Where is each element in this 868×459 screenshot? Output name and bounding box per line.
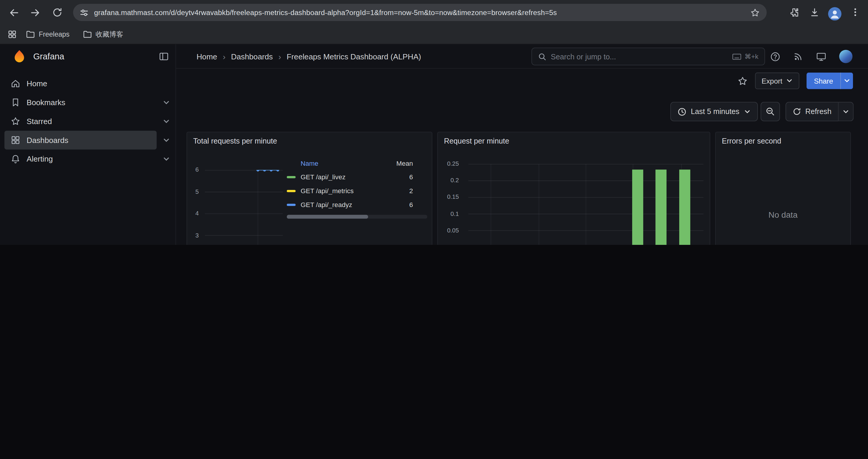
downloads-icon[interactable] <box>805 3 824 22</box>
user-avatar[interactable] <box>839 50 852 63</box>
legend-value: 2 <box>378 187 413 195</box>
news-rss-icon[interactable] <box>793 52 803 61</box>
bookmark-folder-blogs[interactable]: 收藏博客 <box>79 28 127 41</box>
search-input[interactable]: Search or jump to... ⌘+k <box>531 47 765 65</box>
share-split-button: Share <box>807 73 853 89</box>
folder-icon <box>26 30 35 38</box>
url-bar[interactable]: grafana.mathmast.com/d/deytv4rwavabkb/fr… <box>73 4 767 21</box>
chevron-down-icon <box>786 77 793 84</box>
sidebar: Grafana HomeBookmarksStarredDashboardsAl… <box>0 44 176 245</box>
sidebar-item-label: Home <box>27 79 47 88</box>
screen: grafana.mathmast.com/d/deytv4rwavabkb/fr… <box>0 0 868 245</box>
time-controls: Last 5 minutes Refresh <box>670 102 868 121</box>
legend-row: GET /api/_livez6 <box>287 170 428 184</box>
chevron-down-icon[interactable] <box>157 136 176 143</box>
legend-value: 6 <box>378 201 413 208</box>
panel-total-requests-per-minute: Total requests per minute 65432 17:40 Na… <box>186 132 432 245</box>
legend-row: GET /api/_metrics2 <box>287 184 428 198</box>
share-menu-button[interactable] <box>840 73 853 89</box>
refresh-interval-button[interactable] <box>839 102 854 121</box>
grafana-logo[interactable] <box>12 49 27 64</box>
breadcrumb-item: Freeleaps Metrics Dashboard (ALPHA) <box>286 52 421 61</box>
panel-title[interactable]: Total requests per minute <box>193 137 428 145</box>
site-settings-icon[interactable] <box>80 8 89 17</box>
zoom-out-button[interactable] <box>761 102 780 121</box>
refresh-button[interactable]: Refresh <box>785 102 838 121</box>
refresh-icon <box>793 107 801 116</box>
bell-icon <box>11 154 21 164</box>
back-button[interactable] <box>4 3 23 22</box>
sidebar-item-label: Starred <box>27 117 52 126</box>
legend-series-name[interactable]: GET /api/_readyz <box>301 201 377 208</box>
legend-series-name[interactable]: GET /api/_livez <box>301 173 377 181</box>
y-axis-label: 0.2 <box>451 177 459 183</box>
sidebar-item-starred[interactable]: Starred <box>0 112 176 131</box>
y-axis-label: 4 <box>195 210 198 216</box>
display-icon[interactable] <box>816 51 827 62</box>
bar-chart-plot[interactable] <box>468 164 704 245</box>
series-color-swatch <box>287 176 296 178</box>
legend-table: NameMeanGET /api/_livez6GET /api/_metric… <box>287 157 428 219</box>
top-nav-icons <box>770 44 868 68</box>
clock-icon <box>677 107 686 116</box>
apps-grid-icon[interactable] <box>8 30 17 39</box>
time-series-plot[interactable] <box>205 170 283 245</box>
extensions-icon[interactable] <box>784 3 803 22</box>
legend-scrollbar[interactable] <box>287 215 428 219</box>
y-axis-label: 5 <box>195 188 198 194</box>
chevron-down-icon[interactable] <box>157 155 176 162</box>
sidebar-item-alerting[interactable]: Alerting <box>0 150 176 168</box>
zoom-out-icon <box>766 107 775 117</box>
breadcrumb: Home›Dashboards›Freeleaps Metrics Dashbo… <box>196 44 421 68</box>
browser-toolbar: grafana.mathmast.com/d/deytv4rwavabkb/fr… <box>0 0 868 25</box>
browser-chrome: grafana.mathmast.com/d/deytv4rwavabkb/fr… <box>0 0 868 44</box>
bookmark-label: Freeleaps <box>39 30 69 38</box>
home-icon <box>11 78 21 89</box>
legend-header-name[interactable]: Name <box>301 160 377 167</box>
main-area: Home›Dashboards›Freeleaps Metrics Dashbo… <box>176 44 868 245</box>
dashboard-actions: Export Share <box>737 73 868 89</box>
legend-scrollbar-thumb[interactable] <box>287 215 368 219</box>
sidebar-item-dashboards[interactable]: Dashboards <box>0 131 176 150</box>
legend-header-row: NameMean <box>287 157 428 170</box>
sidebar-item-label: Alerting <box>27 155 53 163</box>
sidebar-nav: HomeBookmarksStarredDashboardsAlerting <box>0 72 176 168</box>
chevron-down-icon[interactable] <box>157 118 176 125</box>
legend-series-name[interactable]: GET /api/_metrics <box>301 187 377 195</box>
y-axis-label: 3 <box>195 232 198 238</box>
star-dashboard-icon[interactable] <box>737 76 748 86</box>
share-button[interactable]: Share <box>807 73 840 89</box>
time-range-picker[interactable]: Last 5 minutes <box>670 102 758 121</box>
forward-button[interactable] <box>26 3 45 22</box>
panel-title[interactable]: Errors per second <box>722 137 846 145</box>
reload-button[interactable] <box>48 3 66 22</box>
y-axis-label: 6 <box>195 166 198 172</box>
panel-request-per-minute: Request per minute 0.250.20.150.10.050 1… <box>437 132 710 245</box>
browser-profile-avatar[interactable] <box>826 3 844 22</box>
legend-row: GET /api/_readyz6 <box>287 198 428 211</box>
breadcrumb-item[interactable]: Dashboards <box>231 52 273 61</box>
chevron-down-icon[interactable] <box>157 99 176 106</box>
export-button[interactable]: Export <box>755 73 800 89</box>
panel-errors-per-second: Errors per second No data <box>715 132 851 245</box>
bookmark-star-icon[interactable] <box>750 7 760 18</box>
bookmark-folder-freeleaps[interactable]: Freeleaps <box>22 28 73 40</box>
y-axis: 0.250.20.150.10.050 <box>438 164 463 245</box>
chevron-down-icon <box>843 108 849 114</box>
sidebar-item-home[interactable]: Home <box>0 74 176 93</box>
chevron-down-icon <box>744 108 750 114</box>
browser-menu-icon[interactable] <box>846 3 865 22</box>
panel-title[interactable]: Request per minute <box>444 137 705 145</box>
breadcrumb-item[interactable]: Home <box>196 52 217 61</box>
help-icon[interactable] <box>770 51 780 62</box>
top-nav: Home›Dashboards›Freeleaps Metrics Dashbo… <box>176 44 868 68</box>
brand-name: Grafana <box>33 52 159 61</box>
sidebar-item-bookmarks[interactable]: Bookmarks <box>0 93 176 112</box>
no-data-message: No data <box>716 210 850 219</box>
legend-header-mean[interactable]: Mean <box>378 160 413 167</box>
folder-icon <box>83 30 92 38</box>
star-icon <box>11 117 21 126</box>
sidebar-toggle-icon[interactable] <box>159 52 169 61</box>
breadcrumb-separator: › <box>278 52 281 61</box>
breadcrumb-separator: › <box>223 52 225 61</box>
